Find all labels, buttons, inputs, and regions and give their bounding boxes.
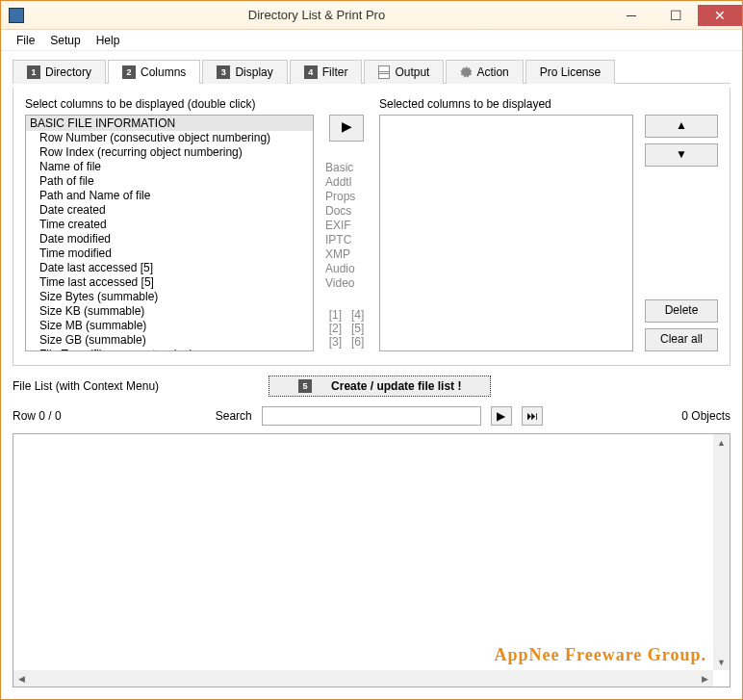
clear-all-button[interactable]: Clear all — [645, 328, 718, 351]
menu-help[interactable]: Help — [89, 32, 128, 49]
tab-action-label: Action — [476, 65, 508, 79]
list-item[interactable]: Row Number (consecutive object numbering… — [26, 131, 313, 145]
tab-columns[interactable]: 2Columns — [108, 60, 200, 84]
tab-output[interactable]: Output — [364, 60, 444, 84]
list-item[interactable]: Row Index (recurring object numbering) — [26, 145, 313, 160]
search-input[interactable] — [262, 406, 481, 426]
tab-directory-label: Directory — [45, 65, 91, 79]
create-button-label: Create / update file list ! — [331, 379, 461, 393]
app-icon — [9, 8, 24, 23]
add-column-button[interactable]: ▶ — [329, 115, 364, 142]
list-item[interactable]: Date created — [26, 203, 313, 218]
tab-columns-label: Columns — [141, 65, 186, 79]
group-basic[interactable]: BASIC FILE INFORMATION — [26, 116, 313, 131]
cat-docs: Docs — [325, 204, 368, 219]
tab-strip: 1Directory 2Columns 3Display 4Filter Out… — [13, 59, 730, 84]
move-down-button[interactable]: ▼ — [645, 143, 718, 167]
menu-file[interactable]: File — [9, 32, 42, 49]
cat-xmp: XMP — [325, 247, 368, 262]
list-item[interactable]: Time last accessed [5] — [26, 275, 313, 290]
cat-audio: Audio — [325, 262, 368, 276]
scroll-right-icon[interactable]: ▶ — [697, 670, 713, 687]
list-item[interactable]: Path and Name of file — [26, 189, 313, 203]
create-file-list-button[interactable]: 5 Create / update file list ! — [269, 376, 491, 397]
selected-columns-list[interactable] — [379, 115, 633, 351]
tab-pro[interactable]: Pro License — [525, 60, 615, 84]
category-list: Basic Addtl Props Docs EXIF IPTC XMP Aud… — [325, 161, 368, 291]
tab-directory[interactable]: 1Directory — [13, 60, 106, 84]
list-item[interactable]: Size KB (summable) — [26, 304, 313, 319]
cat-video: Video — [325, 276, 368, 291]
row-counter: Row 0 / 0 — [13, 409, 62, 423]
selected-label: Selected columns to be displayed — [379, 97, 633, 111]
available-columns-list[interactable]: BASIC FILE INFORMATION Row Number (conse… — [25, 115, 314, 351]
tab-output-label: Output — [395, 65, 429, 79]
list-item[interactable]: File Type (filename extension) — [26, 348, 313, 351]
page-icon — [378, 65, 390, 79]
cat-exif: EXIF — [325, 219, 368, 233]
menubar: File Setup Help — [1, 30, 742, 51]
tab-pro-label: Pro License — [540, 65, 601, 79]
tab-display[interactable]: 3Display — [202, 60, 287, 84]
filelist-label: File List (with Context Menu) — [13, 379, 159, 393]
list-item[interactable]: Date last accessed [5] — [26, 261, 313, 275]
vertical-scrollbar[interactable]: ▲ ▼ — [713, 434, 730, 670]
window-title: Directory List & Print Pro — [24, 8, 609, 22]
scroll-left-icon[interactable]: ◀ — [13, 670, 30, 687]
search-label: Search — [216, 409, 252, 423]
tab-filter[interactable]: 4Filter — [290, 60, 363, 84]
cat-iptc: IPTC — [325, 233, 368, 247]
tab-action[interactable]: Action — [446, 60, 523, 84]
file-list-area[interactable]: ▲ ▼ ◀ ▶ AppNee Freeware Group. — [13, 433, 730, 687]
list-item[interactable]: Size MB (summable) — [26, 319, 313, 333]
menu-setup[interactable]: Setup — [42, 32, 88, 49]
list-item[interactable]: Path of file — [26, 174, 313, 189]
search-last-button[interactable]: ⏭ — [522, 406, 543, 426]
available-label: Select columns to be displayed (double c… — [25, 97, 314, 111]
legend: [1] [2] [3] [4] [5] [6] — [329, 308, 365, 349]
horizontal-scrollbar[interactable]: ◀ ▶ — [13, 670, 713, 687]
watermark: AppNee Freeware Group. — [495, 645, 706, 665]
cat-addtl: Addtl — [325, 175, 368, 190]
minimize-button[interactable]: ─ — [609, 5, 653, 26]
tab-filter-label: Filter — [322, 65, 348, 79]
list-item[interactable]: Name of file — [26, 160, 313, 174]
scroll-down-icon[interactable]: ▼ — [713, 654, 730, 670]
close-button[interactable]: ✕ — [698, 5, 742, 26]
list-item[interactable]: Time modified — [26, 246, 313, 261]
gear-icon — [460, 66, 472, 78]
delete-button[interactable]: Delete — [645, 299, 718, 323]
columns-panel: Select columns to be displayed (double c… — [13, 88, 730, 366]
tab-display-label: Display — [235, 65, 272, 79]
move-up-button[interactable]: ▲ — [645, 115, 718, 138]
object-count: 0 Objects — [681, 409, 730, 423]
titlebar: Directory List & Print Pro ─ ☐ ✕ — [1, 1, 742, 30]
list-item[interactable]: Size GB (summable) — [26, 333, 313, 348]
list-item[interactable]: Date modified — [26, 232, 313, 246]
cat-basic: Basic — [325, 161, 368, 175]
search-next-button[interactable]: ▶ — [491, 406, 512, 426]
list-item[interactable]: Size Bytes (summable) — [26, 290, 313, 304]
cat-props: Props — [325, 190, 368, 204]
list-item[interactable]: Time created — [26, 218, 313, 232]
scroll-up-icon[interactable]: ▲ — [713, 434, 730, 451]
maximize-button[interactable]: ☐ — [653, 5, 698, 26]
